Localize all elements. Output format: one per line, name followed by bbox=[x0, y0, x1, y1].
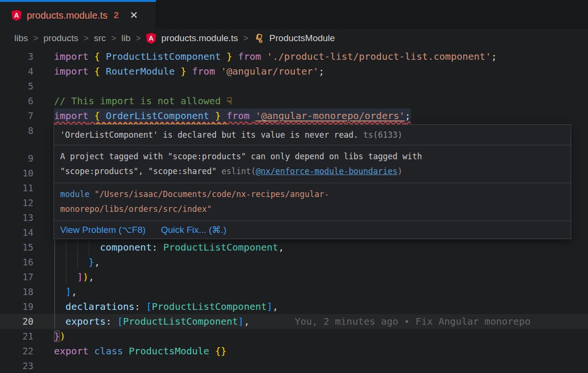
line-number: 3 bbox=[0, 49, 33, 64]
line-number: 20 bbox=[0, 314, 33, 329]
code-line-21[interactable]: 21}) bbox=[0, 329, 588, 344]
code-text: ], bbox=[54, 285, 77, 299]
line-number: 6 bbox=[0, 94, 33, 109]
eslint-message-line1: A project tagged with "scope:products" c… bbox=[60, 152, 422, 161]
line-number: 13 bbox=[0, 210, 33, 225]
code-text: // This import is not allowed ☟ bbox=[54, 94, 232, 109]
code-text: import { RouterModule } from '@angular/r… bbox=[54, 64, 324, 79]
eslint-diagnostic: A project tagged with "scope:products" c… bbox=[54, 145, 571, 183]
line-number: 8 bbox=[0, 123, 33, 138]
line-number: 16 bbox=[0, 255, 33, 270]
line-number: 9 bbox=[0, 151, 33, 166]
code-line-5[interactable]: 5 bbox=[0, 79, 588, 94]
code-line-23[interactable]: 23 bbox=[0, 359, 588, 373]
line-number: 18 bbox=[0, 285, 33, 299]
quick-fix-button[interactable]: Quick Fix... (⌘.) bbox=[161, 223, 226, 236]
code-line-19[interactable]: 19 declarations: [ProductListComponent], bbox=[0, 299, 588, 314]
code-line-22[interactable]: 22export class ProductsModule {} bbox=[0, 344, 588, 359]
hover-status-bar: View Problem (⌥F8) Quick Fix... (⌘.) bbox=[54, 221, 571, 239]
git-blame-annotation: You, 2 minutes ago • Fix Angular monorep… bbox=[295, 314, 531, 329]
line-number: 5 bbox=[0, 79, 33, 94]
line-number: 10 bbox=[0, 166, 33, 181]
code-text: exports: [ProductListComponent], bbox=[54, 314, 249, 329]
view-problem-button[interactable]: View Problem (⌥F8) bbox=[60, 223, 146, 236]
code-line-4[interactable]: 4import { RouterModule } from '@angular/… bbox=[0, 64, 588, 79]
line-number: 21 bbox=[0, 329, 33, 344]
line-number: 23 bbox=[0, 359, 33, 373]
problem-hover-popup: 'OrderListComponent' is declared but its… bbox=[53, 124, 571, 239]
eslint-source-open: eslint( bbox=[222, 166, 256, 176]
code-text: component: ProductListComponent, bbox=[54, 240, 284, 255]
code-line-3[interactable]: 3import { ProductListComponent } from '.… bbox=[0, 49, 588, 64]
line-number: 17 bbox=[0, 270, 33, 285]
code-line-15[interactable]: 15 component: ProductListComponent, bbox=[0, 240, 588, 255]
eslint-rule-link[interactable]: @nx/enforce-module-boundaries bbox=[256, 166, 397, 176]
ts-diagnostic-source: ts(6133) bbox=[363, 130, 403, 140]
module-path-line2: monorepo/libs/orders/src/index" bbox=[60, 204, 212, 214]
vscode-window: A products.module.ts 2 ✕ libs>products>s… bbox=[0, 0, 588, 373]
code-line-6[interactable]: 6// This import is not allowed ☟ bbox=[0, 94, 588, 109]
code-line-17[interactable]: 17 ]), bbox=[0, 270, 588, 285]
module-info: module "/Users/isaac/Documents/code/nx-r… bbox=[54, 183, 571, 221]
line-number: 7 bbox=[0, 109, 33, 123]
line-number: 14 bbox=[0, 225, 33, 240]
line-number: 4 bbox=[0, 64, 33, 79]
eslint-source-close: ) bbox=[397, 166, 402, 176]
code-text: ]), bbox=[54, 270, 94, 285]
line-number: 12 bbox=[0, 196, 33, 210]
code-text: }) bbox=[54, 329, 65, 344]
eslint-message-line2: "scope:products", "scope:shared" bbox=[60, 166, 222, 176]
ts-diagnostic: 'OrderListComponent' is declared but its… bbox=[54, 125, 571, 145]
code-text: export class ProductsModule {} bbox=[54, 344, 226, 359]
code-line-7[interactable]: 7import { OrderListComponent } from '@an… bbox=[0, 109, 588, 123]
code-text: declarations: [ProductListComponent], bbox=[54, 299, 278, 314]
code-line-16[interactable]: 16 }, bbox=[0, 255, 588, 270]
line-number: 15 bbox=[0, 240, 33, 255]
ts-diagnostic-message: 'OrderListComponent' is declared but its… bbox=[60, 130, 358, 140]
line-number: 11 bbox=[0, 181, 33, 196]
module-path-line1: "/Users/isaac/Documents/code/nx-recipes/… bbox=[95, 189, 329, 199]
code-text: import { ProductListComponent } from './… bbox=[54, 49, 497, 64]
code-text: import { OrderListComponent } from '@ang… bbox=[54, 109, 411, 123]
module-keyword: module bbox=[60, 189, 89, 199]
code-line-18[interactable]: 18 ], bbox=[0, 285, 588, 299]
code-text: }, bbox=[54, 255, 100, 270]
line-number: 19 bbox=[0, 299, 33, 314]
line-number: 22 bbox=[0, 344, 33, 359]
